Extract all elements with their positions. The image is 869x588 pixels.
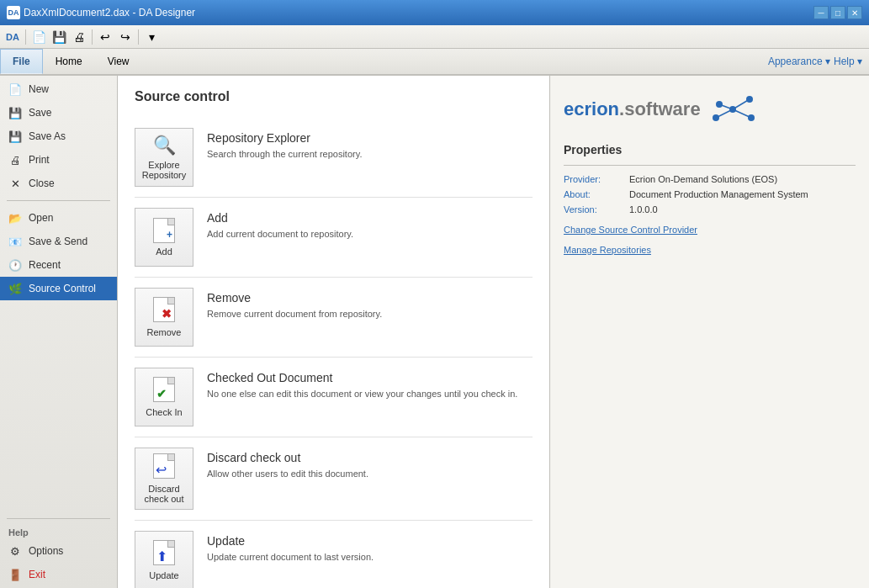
action-item-discard: ↩ Discard check out Discard check out Al… — [135, 437, 533, 521]
new-toolbar-button[interactable]: 📄 — [29, 28, 48, 46]
sidebar-item-source-control-label: Source Control — [29, 283, 96, 294]
action-item-update: ⬆ Update Update Update current document … — [135, 521, 533, 588]
brand-network-icon — [707, 93, 758, 126]
app-logo-button[interactable]: DA — [3, 28, 22, 46]
action-item-add: + Add Add Add current document to reposi… — [135, 198, 533, 278]
action-item-remove: ✖ Remove Remove Remove current document … — [135, 278, 533, 358]
checkin-btn-label: Check In — [146, 407, 182, 417]
maximize-button[interactable]: □ — [830, 6, 845, 19]
update-button[interactable]: ⬆ Update — [135, 531, 193, 588]
help-link[interactable]: Help ▾ — [834, 56, 862, 67]
open-icon — [8, 211, 22, 225]
close-button[interactable]: ✕ — [847, 6, 862, 19]
info-panel: ecrion.software Properties Provider: Ecr… — [549, 76, 869, 588]
sidebar-item-saveas-label: Save As — [29, 130, 66, 142]
sidebar-item-new[interactable]: New — [0, 77, 117, 101]
explore-title: Repository Explorer — [207, 131, 533, 145]
add-title: Add — [207, 211, 533, 225]
add-content: Add Add current document to repository. — [207, 208, 533, 241]
sidebar-item-open-label: Open — [29, 212, 53, 224]
remove-btn-label: Remove — [147, 327, 182, 337]
source-control-icon — [8, 282, 22, 295]
window-title: DaxXmlDocument2.dax - DA Designer — [24, 7, 195, 19]
checkin-button[interactable]: ✔ Check In — [135, 368, 193, 426]
sidebar-item-source-control[interactable]: Source Control — [0, 277, 117, 300]
sidebar-item-save-label: Save — [29, 107, 51, 119]
update-title: Update — [207, 534, 533, 548]
explore-desc: Search through the current repository. — [207, 148, 533, 161]
prop-row-provider: Provider: Ecrion On-Demand Solutions (EO… — [564, 174, 856, 184]
svg-line-5 — [733, 99, 750, 109]
tab-view[interactable]: View — [95, 49, 142, 74]
prop-row-about: About: Document Production Management Sy… — [564, 189, 856, 199]
minimize-button[interactable]: ─ — [813, 6, 829, 19]
content-title: Source control — [135, 89, 533, 104]
options-icon — [8, 544, 22, 558]
provider-label: Provider: — [564, 174, 623, 184]
sidebar-item-exit-label: Exit — [29, 569, 45, 580]
sidebar-item-options[interactable]: Options — [0, 539, 117, 563]
sidebar-item-save[interactable]: Save — [0, 101, 117, 124]
add-desc: Add current document to repository. — [207, 228, 533, 241]
recent-icon — [8, 258, 22, 272]
action-item-explore: 🔍 Explore Repository Repository Explorer… — [135, 118, 533, 198]
title-bar-left: DA DaxXmlDocument2.dax - DA Designer — [7, 6, 195, 19]
print-toolbar-button[interactable]: 🖨 — [70, 28, 88, 46]
sidebar-item-options-label: Options — [29, 545, 63, 557]
help-header-label: Help — [8, 527, 29, 538]
brand-suffix: .software — [619, 98, 701, 119]
sidebar-item-print[interactable]: Print — [0, 148, 117, 172]
tab-home[interactable]: Home — [43, 49, 95, 74]
tab-file[interactable]: File — [0, 49, 43, 74]
content-area: Source control 🔍 Explore Repository Repo… — [118, 76, 549, 588]
about-label: About: — [564, 189, 623, 199]
explore-repository-button[interactable]: 🔍 Explore Repository — [135, 128, 193, 187]
toolbar-sep-2 — [92, 29, 93, 45]
manage-repositories-link[interactable]: Manage Repositories — [564, 245, 856, 255]
discard-checkout-button[interactable]: ↩ Discard check out — [135, 448, 193, 510]
sidebar-item-recent[interactable]: Recent — [0, 253, 117, 277]
sidebar-item-exit[interactable]: Exit — [0, 563, 117, 586]
new-icon — [8, 82, 22, 96]
sidebar-item-saveas[interactable]: Save As — [0, 124, 117, 148]
sidebar-divider-2 — [7, 518, 110, 519]
provider-value: Ecrion On-Demand Solutions (EOS) — [629, 174, 856, 184]
checkin-title: Checked Out Document — [207, 371, 533, 384]
customize-button[interactable]: ▾ — [142, 28, 161, 46]
sidebar-item-close[interactable]: Close — [0, 172, 117, 195]
checkin-doc-icon: ✔ — [153, 377, 175, 402]
sidebar-item-save-send-label: Save & Send — [29, 236, 87, 247]
save-as-icon — [8, 130, 22, 143]
exit-icon — [8, 568, 22, 581]
add-doc-icon: + — [153, 218, 175, 243]
undo-button[interactable]: ↩ — [96, 28, 114, 46]
checkin-content: Checked Out Document No one else can edi… — [207, 368, 533, 400]
change-provider-link[interactable]: Change Source Control Provider — [564, 225, 856, 235]
action-item-checkin: ✔ Check In Checked Out Document No one e… — [135, 358, 533, 437]
add-button[interactable]: + Add — [135, 208, 193, 267]
discard-doc-icon: ↩ — [153, 453, 175, 479]
title-bar: DA DaxXmlDocument2.dax - DA Designer ─ □… — [0, 0, 869, 25]
sidebar-section-mid: Open Save & Send Recent Source Control — [0, 204, 117, 302]
update-btn-label: Update — [149, 570, 178, 580]
save-icon — [8, 106, 22, 119]
sidebar-item-save-send[interactable]: Save & Send — [0, 230, 117, 253]
sidebar-item-open[interactable]: Open — [0, 206, 117, 230]
sidebar-item-new-label: New — [29, 83, 49, 95]
discard-desc: Allow other users to edit this document. — [207, 468, 533, 480]
appearance-link[interactable]: Appearance ▾ — [768, 56, 830, 67]
about-value: Document Production Management System — [629, 189, 856, 199]
explore-btn-label: Explore Repository — [139, 160, 189, 180]
remove-button[interactable]: ✖ Remove — [135, 288, 193, 347]
discard-content: Discard check out Allow other users to e… — [207, 448, 533, 480]
title-bar-controls[interactable]: ─ □ ✕ — [813, 6, 862, 19]
toolbar-sep-1 — [25, 29, 26, 45]
redo-button[interactable]: ↪ — [116, 28, 135, 46]
update-desc: Update current document to last version. — [207, 551, 533, 564]
remove-desc: Remove current document from repository. — [207, 308, 533, 320]
brand-logo: ecrion.software — [564, 93, 856, 126]
version-label: Version: — [564, 204, 623, 215]
remove-doc-icon: ✖ — [153, 297, 175, 322]
save-toolbar-button[interactable]: 💾 — [50, 28, 68, 46]
explore-icon: 🔍 — [153, 135, 176, 156]
